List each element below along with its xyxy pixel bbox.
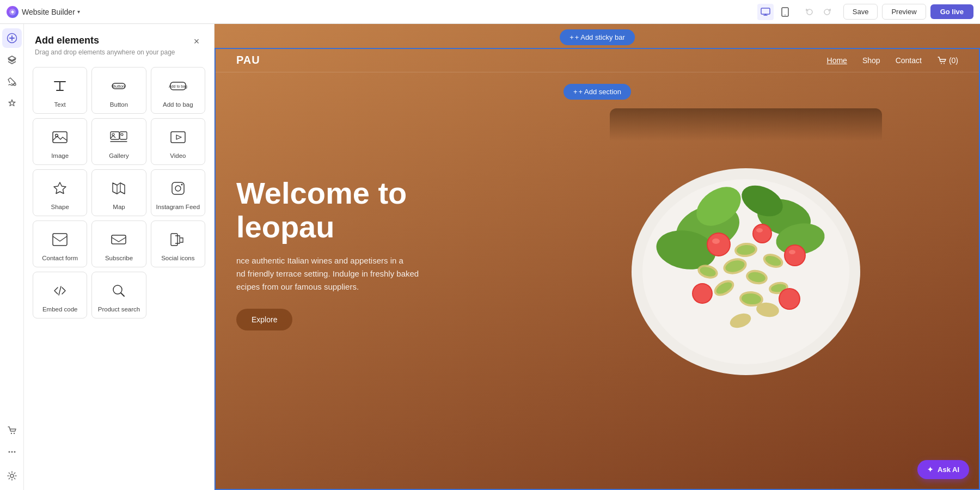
subscribe-element-icon bbox=[108, 229, 130, 250]
element-label-button: Button bbox=[110, 101, 128, 108]
hero-explore-button[interactable]: Explore bbox=[236, 309, 292, 330]
undo-button[interactable] bbox=[802, 4, 817, 20]
sidebar-item-ai[interactable] bbox=[2, 94, 22, 113]
canvas-brand: PAU bbox=[236, 54, 260, 66]
builder-title: Website Builder ▾ bbox=[22, 8, 80, 16]
map-element-icon bbox=[108, 177, 130, 199]
food-image bbox=[610, 108, 882, 391]
go-live-button[interactable]: Go live bbox=[930, 4, 973, 19]
element-label-video: Video bbox=[170, 152, 186, 159]
sidebar-item-paint[interactable] bbox=[2, 72, 22, 91]
add-to-bag-element-icon: Add to bag bbox=[167, 75, 189, 97]
element-item-contact-form[interactable]: Contact form bbox=[33, 220, 87, 267]
element-item-subscribe[interactable]: Subscribe bbox=[91, 220, 146, 267]
element-item-product-search[interactable]: Product search bbox=[91, 272, 146, 318]
canvas-nav-contact[interactable]: Contact bbox=[896, 56, 922, 65]
svg-point-21 bbox=[121, 133, 123, 136]
svg-point-3 bbox=[785, 14, 786, 15]
icon-bar bbox=[0, 24, 24, 490]
panel-header: Add elements Drag and drop elements anyw… bbox=[24, 24, 214, 60]
element-item-button[interactable]: Button Button bbox=[91, 67, 146, 114]
sidebar-item-shop[interactable] bbox=[2, 420, 22, 440]
svg-rect-22 bbox=[171, 132, 185, 143]
save-button[interactable]: Save bbox=[843, 4, 878, 20]
element-item-shape[interactable]: Shape bbox=[33, 169, 87, 216]
element-label-embed-code: Embed code bbox=[42, 306, 78, 313]
svg-rect-18 bbox=[111, 132, 119, 139]
redo-button[interactable] bbox=[819, 4, 835, 20]
element-label-image: Image bbox=[51, 152, 69, 159]
top-bar: Website Builder ▾ Save Preview Go live bbox=[0, 0, 980, 24]
svg-point-63 bbox=[754, 225, 771, 242]
svg-point-69 bbox=[789, 250, 795, 254]
svg-rect-28 bbox=[171, 234, 177, 246]
main-area: Add elements Drag and drop elements anyw… bbox=[0, 24, 980, 490]
svg-point-11 bbox=[10, 474, 14, 477]
element-label-gallery: Gallery bbox=[109, 152, 128, 159]
ask-ai-button[interactable]: ✦ Ask AI bbox=[917, 460, 969, 479]
panel-close-button[interactable]: × bbox=[190, 35, 203, 48]
element-item-map[interactable]: Map bbox=[91, 169, 146, 216]
element-item-social-icons[interactable]: Social icons bbox=[151, 220, 205, 267]
sidebar-item-settings[interactable] bbox=[2, 466, 22, 486]
device-icons bbox=[757, 4, 793, 20]
canvas-nav-home[interactable]: Home bbox=[827, 56, 847, 65]
sidebar-item-more[interactable] bbox=[2, 442, 22, 462]
element-item-video[interactable]: Video bbox=[151, 118, 205, 165]
add-sticky-bar-button[interactable]: + + Add sticky bar bbox=[560, 29, 635, 45]
element-item-image[interactable]: Image bbox=[33, 118, 87, 165]
svg-point-25 bbox=[181, 184, 182, 186]
svg-point-9 bbox=[11, 451, 13, 453]
element-label-shape: Shape bbox=[51, 204, 69, 210]
social-icons-element-icon bbox=[167, 229, 189, 250]
website-canvas: + + Add sticky bar PAU Home Shop Contact… bbox=[215, 24, 980, 490]
undo-redo-controls bbox=[802, 4, 835, 20]
element-label-social-icons: Social icons bbox=[161, 255, 194, 261]
preview-button[interactable]: Preview bbox=[882, 4, 926, 20]
panel-subtitle: Drag and drop elements anywhere on your … bbox=[35, 48, 175, 56]
sidebar-item-add-elements[interactable] bbox=[2, 28, 22, 48]
panel-title: Add elements bbox=[35, 35, 175, 46]
svg-rect-27 bbox=[112, 235, 126, 244]
text-element-icon bbox=[49, 75, 71, 97]
sidebar-item-layers[interactable] bbox=[2, 50, 22, 70]
canvas-cart-icon[interactable]: (0) bbox=[937, 56, 958, 65]
element-label-text: Text bbox=[54, 101, 66, 108]
canvas-nav-shop[interactable]: Shop bbox=[862, 56, 880, 65]
image-element-icon bbox=[49, 126, 71, 148]
canvas-navigation: PAU Home Shop Contact (0) bbox=[215, 48, 980, 72]
svg-point-67 bbox=[780, 289, 799, 309]
svg-rect-16 bbox=[53, 132, 67, 143]
mobile-view-button[interactable] bbox=[777, 4, 793, 20]
element-item-text[interactable]: Text bbox=[33, 67, 87, 114]
element-grid: Text Button Button Add to bag Add to bag bbox=[24, 60, 214, 325]
add-section-button[interactable]: + + Add section bbox=[564, 84, 631, 100]
svg-point-30 bbox=[941, 63, 942, 64]
brand-icon bbox=[7, 6, 19, 18]
svg-rect-71 bbox=[610, 108, 882, 141]
element-item-add-to-bag[interactable]: Add to bag Add to bag bbox=[151, 67, 205, 114]
top-bar-right: Save Preview Go live bbox=[757, 4, 973, 20]
element-label-product-search: Product search bbox=[98, 306, 140, 313]
svg-point-8 bbox=[8, 451, 10, 453]
element-label-contact-form: Contact form bbox=[42, 255, 78, 261]
contact-form-element-icon bbox=[49, 229, 71, 250]
svg-point-31 bbox=[944, 63, 945, 64]
gallery-element-icon bbox=[108, 126, 130, 148]
hero-title: Welcome toleopau bbox=[236, 176, 419, 243]
element-item-gallery[interactable]: Gallery bbox=[91, 118, 146, 165]
hero-content: Welcome toleopau nce authentic Italian w… bbox=[236, 176, 419, 330]
chevron-down-icon: ▾ bbox=[77, 9, 80, 15]
svg-text:Button: Button bbox=[113, 84, 125, 89]
desktop-view-button[interactable] bbox=[757, 4, 774, 20]
ask-ai-icon: ✦ bbox=[927, 465, 933, 474]
embed-code-element-icon bbox=[49, 280, 71, 302]
element-item-instagram-feed[interactable]: Instagram Feed bbox=[151, 169, 205, 216]
svg-point-68 bbox=[712, 238, 720, 244]
svg-point-33 bbox=[642, 179, 849, 364]
video-element-icon bbox=[167, 126, 189, 148]
svg-point-70 bbox=[756, 228, 763, 232]
element-item-embed-code[interactable]: Embed code bbox=[33, 272, 87, 318]
svg-rect-1 bbox=[761, 8, 770, 14]
top-bar-left: Website Builder ▾ bbox=[7, 6, 80, 18]
